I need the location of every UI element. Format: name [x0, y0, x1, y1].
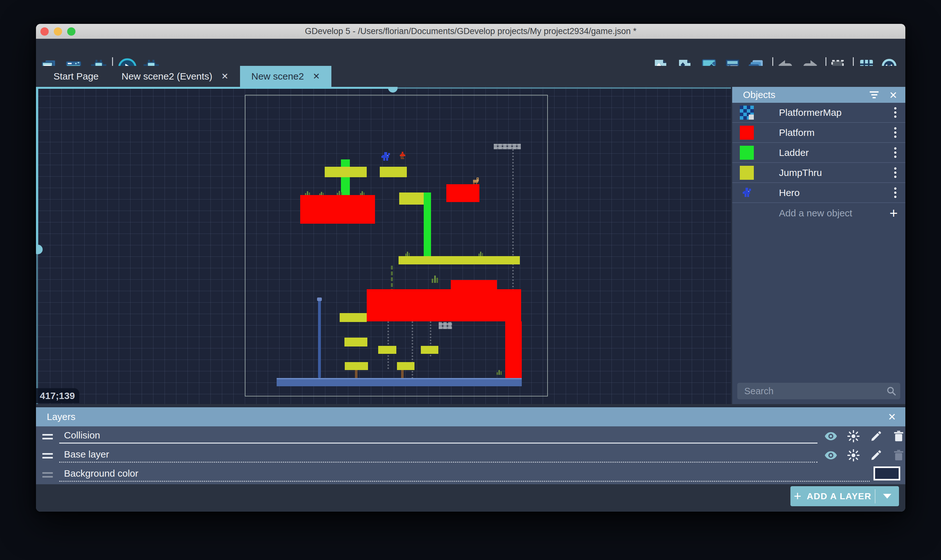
chevron-down-icon — [883, 494, 891, 498]
scene-instance-hero[interactable] — [381, 152, 390, 162]
scene-instance-jumpthru[interactable] — [345, 338, 367, 346]
scene-instance-jumpthru[interactable] — [399, 256, 520, 265]
layers-panel-header: Layers ✕ — [36, 407, 906, 426]
scene-instance-bricks[interactable] — [439, 322, 452, 329]
scene-instance-grass[interactable] — [360, 191, 365, 195]
filter-icon[interactable] — [869, 89, 880, 100]
scene-instance-jumpthru[interactable] — [380, 167, 407, 177]
scene-instance-ground[interactable] — [277, 378, 522, 386]
scene-instance-jumpthru[interactable] — [325, 167, 367, 177]
scene-instance-bricks[interactable] — [494, 144, 521, 149]
scene-instance-critter[interactable] — [473, 177, 479, 184]
tab-label: New scene2 (Events) — [122, 71, 213, 82]
object-menu-icon[interactable] — [894, 107, 896, 118]
objects-search-input[interactable] — [737, 383, 900, 399]
object-label: Hero — [779, 188, 800, 198]
object-menu-icon[interactable] — [894, 188, 896, 198]
scene-instance-grass[interactable] — [405, 251, 410, 256]
layer-effects-icon[interactable] — [847, 448, 861, 462]
layer-visibility-eye-icon[interactable] — [824, 429, 838, 443]
background-color-swatch[interactable] — [873, 466, 900, 480]
add-object-label: Add a new object — [779, 208, 852, 218]
layer-row-background-color[interactable]: Background color — [36, 465, 906, 484]
layer-name-field[interactable]: Base layer — [59, 446, 818, 463]
layers-panel: Layers ✕ Collision — [36, 406, 906, 512]
layer-effects-icon[interactable] — [847, 429, 861, 443]
scene-instance-jumpthru[interactable] — [378, 346, 396, 354]
scene-instance-chain[interactable] — [387, 322, 389, 369]
scene-instance-chain[interactable] — [411, 322, 413, 382]
scene-instance-ladder[interactable] — [341, 159, 350, 196]
layer-delete-trash-icon-disabled — [892, 448, 906, 462]
scene-instance-imp[interactable] — [399, 152, 405, 160]
layer-edit-pencil-icon[interactable] — [869, 429, 883, 443]
horizontal-scrollbar[interactable] — [36, 87, 393, 89]
scene-window-border — [245, 95, 548, 397]
layer-visibility-eye-icon[interactable] — [824, 448, 838, 462]
scene-instance-grass[interactable] — [432, 275, 438, 283]
object-menu-icon[interactable] — [894, 147, 896, 158]
object-menu-icon[interactable] — [894, 127, 896, 138]
scene-instance-grass[interactable] — [479, 251, 483, 256]
close-layers-panel-icon[interactable]: ✕ — [886, 411, 898, 423]
object-menu-icon[interactable] — [894, 168, 896, 178]
layer-name-field: Background color — [59, 465, 870, 482]
layer-row-base-layer[interactable]: Base layer — [36, 446, 906, 465]
scene-instance-jumpthru[interactable] — [345, 362, 368, 370]
close-tab-icon[interactable]: ✕ — [221, 71, 229, 82]
close-objects-panel-icon[interactable]: ✕ — [887, 89, 899, 102]
layer-row-collision[interactable]: Collision — [36, 427, 906, 446]
object-thumbnail — [740, 146, 754, 160]
add-layer-button[interactable]: + ADD A LAYER — [790, 486, 899, 506]
titlebar[interactable]: GDevelop 5 - /Users/florian/Documents/GD… — [36, 24, 906, 39]
scene-instance-red[interactable] — [451, 280, 497, 289]
scene-instance-grass[interactable] — [305, 191, 310, 195]
layer-delete-trash-icon[interactable] — [892, 429, 906, 443]
tab-label: New scene2 — [251, 71, 304, 82]
scene-instance-stub[interactable] — [401, 370, 404, 378]
close-tab-icon[interactable]: ✕ — [313, 71, 320, 82]
object-row[interactable]: PlatformerMap — [732, 103, 906, 123]
vertical-scrollbar[interactable] — [36, 87, 38, 249]
add-layer-label: ADD A LAYER — [807, 491, 871, 502]
object-row[interactable]: Ladder — [732, 143, 906, 163]
scene-instance-ladder[interactable] — [424, 192, 431, 256]
drag-handle-icon[interactable] — [42, 453, 53, 461]
scene-instance-jumpthru[interactable] — [399, 192, 424, 205]
scene-instance-jumpthru[interactable] — [340, 313, 367, 322]
add-layer-dropdown-button[interactable] — [875, 494, 899, 498]
scene-instance-red[interactable] — [446, 184, 479, 202]
scene-instance-red[interactable] — [505, 322, 522, 378]
layer-edit-pencil-icon[interactable] — [869, 448, 883, 462]
scene-instance-jumpthru[interactable] — [397, 362, 414, 370]
layer-name-field[interactable]: Collision — [59, 427, 818, 443]
drag-handle-icon[interactable] — [42, 434, 53, 442]
objects-panel-empty-area — [732, 223, 906, 383]
vertical-scrollbar-track[interactable] — [36, 249, 38, 404]
scene-instance-red[interactable] — [367, 289, 521, 322]
object-thumbnail — [740, 166, 754, 180]
object-row[interactable]: Platform — [732, 123, 906, 143]
objects-panel-header: Objects ✕ — [732, 87, 906, 103]
scene-canvas[interactable]: 417;139 — [36, 87, 731, 404]
window-title: GDevelop 5 - /Users/florian/Documents/GD… — [36, 24, 906, 39]
add-object-row[interactable]: Add a new object + — [732, 203, 906, 223]
scene-instance-grass[interactable] — [337, 190, 342, 195]
objects-search-area — [732, 383, 906, 404]
tab-new-scene2[interactable]: New scene2 ✕ — [240, 66, 332, 87]
object-row[interactable]: Hero — [732, 183, 906, 203]
layers-panel-footer: + ADD A LAYER — [36, 484, 906, 512]
scene-instance-red[interactable] — [300, 195, 375, 224]
tab-new-scene2-events[interactable]: New scene2 (Events) ✕ — [110, 66, 240, 87]
object-label: Ladder — [779, 147, 809, 158]
scene-instance-pole[interactable] — [318, 299, 321, 378]
objects-panel-title: Objects — [743, 89, 775, 100]
scene-instance-stub[interactable] — [355, 370, 357, 378]
horizontal-scrollbar-track[interactable] — [393, 87, 731, 89]
scene-instance-vine[interactable] — [391, 266, 395, 293]
scene-instance-jumpthru[interactable] — [421, 346, 438, 354]
tab-start-page[interactable]: Start Page — [42, 66, 110, 87]
object-row[interactable]: JumpThru — [732, 163, 906, 183]
scene-instance-grass[interactable] — [497, 369, 502, 375]
cursor-coordinates: 417;139 — [36, 388, 79, 403]
